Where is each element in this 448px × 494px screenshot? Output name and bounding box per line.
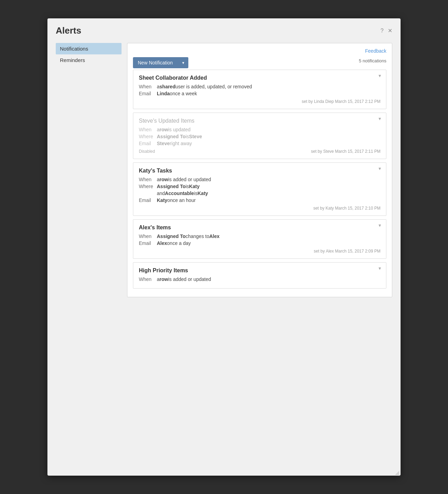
card-title: Steve's Updated Items: [139, 118, 380, 124]
card-title: Alex's Items: [139, 224, 380, 231]
dialog-title: Alerts: [56, 25, 81, 36]
sidebar-item-reminders[interactable]: Reminders: [56, 54, 122, 66]
cards-container: ▼Sheet Collaborator AddedWhena shared us…: [133, 70, 386, 289]
dropdown-arrow-icon[interactable]: ▼: [178, 58, 188, 68]
card-footer: Disabledset by Steve March 15, 2017 2:11…: [139, 149, 380, 154]
card-set-by: set by Linda Diep March 15, 2017 2:12 PM: [139, 99, 380, 104]
card-row-bold2: Steve: [189, 134, 202, 139]
card-menu-icon[interactable]: ▼: [378, 73, 382, 78]
disabled-label: Disabled: [139, 149, 155, 154]
card-row: EmailLinda once a week: [139, 91, 380, 96]
card-footer: set by Alex March 15, 2017 2:09 PM: [139, 249, 380, 254]
card-row-label: When: [139, 276, 157, 282]
new-notification-label: New Notification: [133, 57, 178, 68]
card-row-bold: shared: [160, 84, 176, 89]
dialog-controls: ? ✕: [380, 27, 392, 34]
dialog-body: Notifications Reminders Feedback New Not…: [47, 39, 401, 306]
card-row: EmailKaty once an hour: [139, 197, 380, 203]
card-row-bold: Steve: [157, 141, 170, 146]
sidebar: Notifications Reminders: [56, 43, 122, 297]
card-row-bold2: Katy: [198, 191, 208, 196]
card-footer: set by Katy March 15, 2017 2:10 PM: [139, 206, 380, 211]
card-row-label: Email: [139, 91, 157, 96]
card-row-bold2: Alex: [209, 233, 219, 239]
card-row-label: Where: [139, 134, 157, 139]
card-row-label: When: [139, 177, 157, 182]
card-row-bold: Katy: [157, 197, 167, 203]
alerts-dialog: Alerts ? ✕ Notifications Reminders Feedb…: [47, 18, 401, 476]
card-row-bold: Assigned To: [157, 184, 186, 189]
notification-card: ▼Steve's Updated ItemsWhena row is updat…: [133, 113, 386, 159]
card-row-bold: Assigned To: [157, 233, 186, 239]
notification-card: ▼Sheet Collaborator AddedWhena shared us…: [133, 70, 386, 109]
card-row-bold: Alex: [157, 240, 167, 246]
card-title: Sheet Collaborator Added: [139, 75, 380, 81]
sidebar-item-notifications[interactable]: Notifications: [56, 43, 122, 54]
card-footer: set by Linda Diep March 15, 2017 2:12 PM: [139, 99, 380, 104]
main-content: Feedback New Notification ▼ 5 notificati…: [127, 43, 392, 297]
card-menu-icon[interactable]: ▼: [378, 223, 382, 228]
card-set-by: set by Steve March 15, 2017 2:11 PM: [155, 149, 380, 154]
card-row: and Accountable is Katy: [139, 191, 380, 196]
card-set-by: set by Katy March 15, 2017 2:10 PM: [139, 206, 380, 211]
card-row-label: When: [139, 84, 157, 89]
resize-handle[interactable]: [395, 470, 399, 474]
close-icon[interactable]: ✕: [388, 27, 392, 34]
card-menu-icon[interactable]: ▼: [378, 266, 382, 271]
toolbar-row: New Notification ▼ 5 notifications: [133, 57, 386, 68]
card-row-label: When: [139, 127, 157, 132]
card-row-label: Email: [139, 240, 157, 246]
card-title: High Priority Items: [139, 267, 380, 274]
card-row: Whena row is added or updated: [139, 276, 380, 282]
new-notification-button[interactable]: New Notification ▼: [133, 57, 188, 68]
notification-card: ▼Alex's ItemsWhenAssigned To changes to …: [133, 219, 386, 259]
card-title: Katy's Tasks: [139, 168, 380, 174]
dialog-header: Alerts ? ✕: [47, 18, 401, 39]
card-row-bold: row: [160, 276, 168, 282]
card-row-bold: Assigned To: [157, 134, 186, 139]
card-row: EmailAlex once a day: [139, 240, 380, 246]
main-top: Feedback: [133, 48, 386, 54]
card-row: Whena row is added or updated: [139, 177, 380, 182]
card-row: Whena row is updated: [139, 127, 380, 132]
card-row: EmailSteve right away: [139, 141, 380, 146]
card-row-bold: row: [160, 177, 168, 182]
notification-card: ▼High Priority ItemsWhena row is added o…: [133, 262, 386, 289]
card-row-label: When: [139, 233, 157, 239]
card-menu-icon[interactable]: ▼: [378, 166, 382, 171]
card-row: WhereAssigned To is Katy: [139, 184, 380, 189]
card-row: WhenAssigned To changes to Alex: [139, 233, 380, 239]
notification-card: ▼Katy's TasksWhena row is added or updat…: [133, 162, 386, 216]
card-row-bold: Accountable: [165, 191, 194, 196]
feedback-link[interactable]: Feedback: [365, 48, 386, 54]
card-row-bold: Linda: [157, 91, 170, 96]
card-row-label: Email: [139, 197, 157, 203]
card-row-bold: row: [160, 127, 168, 132]
help-icon[interactable]: ?: [380, 28, 384, 34]
card-set-by: set by Alex March 15, 2017 2:09 PM: [139, 249, 380, 254]
card-row: WhereAssigned To is Steve: [139, 134, 380, 139]
card-row-bold2: Katy: [189, 184, 199, 189]
card-row-label: Email: [139, 141, 157, 146]
card-menu-icon[interactable]: ▼: [378, 116, 382, 121]
card-row: Whena shared user is added, updated, or …: [139, 84, 380, 89]
notifications-count: 5 notifications: [359, 58, 387, 63]
card-row-label: Where: [139, 184, 157, 189]
